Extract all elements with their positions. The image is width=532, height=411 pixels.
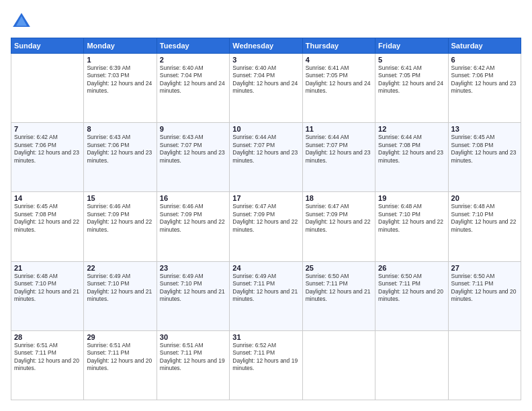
calendar-cell: 7Sunrise: 6:42 AMSunset: 7:06 PMDaylight…: [11, 123, 84, 192]
day-number: 30: [160, 333, 226, 341]
day-number: 19: [378, 194, 445, 202]
day-number: 29: [87, 333, 153, 341]
calendar-cell: 8Sunrise: 6:43 AMSunset: 7:06 PMDaylight…: [84, 123, 157, 192]
day-info: Sunrise: 6:45 AMSunset: 7:08 PMDaylight:…: [14, 203, 81, 234]
day-number: 17: [232, 194, 299, 202]
day-number: 18: [306, 194, 372, 202]
day-number: 28: [14, 333, 81, 341]
day-number: 22: [87, 264, 153, 272]
day-number: 3: [232, 56, 299, 64]
day-number: 10: [232, 125, 299, 133]
calendar-cell: 31Sunrise: 6:52 AMSunset: 7:11 PMDayligh…: [230, 330, 302, 400]
day-number: 16: [160, 194, 226, 202]
calendar-cell: 11Sunrise: 6:44 AMSunset: 7:07 PMDayligh…: [302, 123, 375, 192]
day-info: Sunrise: 6:40 AMSunset: 7:04 PMDaylight:…: [160, 64, 226, 95]
calendar-cell: 25Sunrise: 6:50 AMSunset: 7:11 PMDayligh…: [302, 261, 375, 330]
calendar-cell: [448, 330, 521, 400]
day-number: 7: [14, 125, 81, 133]
day-number: 12: [378, 125, 445, 133]
day-info: Sunrise: 6:48 AMSunset: 7:10 PMDaylight:…: [14, 273, 81, 304]
calendar-cell: [375, 330, 448, 400]
calendar-cell: [302, 330, 375, 400]
calendar-cell: 29Sunrise: 6:51 AMSunset: 7:11 PMDayligh…: [84, 330, 157, 400]
calendar-week-row: 21Sunrise: 6:48 AMSunset: 7:10 PMDayligh…: [11, 261, 521, 330]
day-number: 23: [160, 264, 226, 272]
calendar-cell: 26Sunrise: 6:50 AMSunset: 7:11 PMDayligh…: [375, 261, 448, 330]
day-info: Sunrise: 6:47 AMSunset: 7:09 PMDaylight:…: [232, 203, 299, 234]
weekday-header: Sunday: [11, 38, 84, 54]
day-number: 1: [87, 56, 153, 64]
day-info: Sunrise: 6:50 AMSunset: 7:11 PMDaylight:…: [451, 273, 518, 304]
day-number: 26: [378, 264, 445, 272]
day-number: 31: [232, 333, 299, 341]
day-info: Sunrise: 6:44 AMSunset: 7:08 PMDaylight:…: [378, 134, 445, 165]
calendar-cell: 16Sunrise: 6:46 AMSunset: 7:09 PMDayligh…: [157, 192, 229, 261]
day-info: Sunrise: 6:51 AMSunset: 7:11 PMDaylight:…: [14, 342, 81, 373]
logo-icon: [11, 11, 32, 32]
weekday-header: Tuesday: [157, 38, 229, 54]
day-info: Sunrise: 6:49 AMSunset: 7:10 PMDaylight:…: [160, 273, 226, 304]
calendar-week-row: 28Sunrise: 6:51 AMSunset: 7:11 PMDayligh…: [11, 330, 521, 400]
day-number: 24: [232, 264, 299, 272]
calendar-cell: [11, 54, 84, 123]
day-info: Sunrise: 6:43 AMSunset: 7:06 PMDaylight:…: [87, 134, 153, 165]
day-info: Sunrise: 6:49 AMSunset: 7:10 PMDaylight:…: [87, 273, 153, 304]
day-info: Sunrise: 6:50 AMSunset: 7:11 PMDaylight:…: [378, 273, 445, 304]
calendar-cell: 21Sunrise: 6:48 AMSunset: 7:10 PMDayligh…: [11, 261, 84, 330]
calendar-cell: 1Sunrise: 6:39 AMSunset: 7:03 PMDaylight…: [84, 54, 157, 123]
day-number: 20: [451, 194, 518, 202]
calendar-cell: 5Sunrise: 6:41 AMSunset: 7:05 PMDaylight…: [375, 54, 448, 123]
day-number: 2: [160, 56, 226, 64]
day-number: 8: [87, 125, 153, 133]
calendar-cell: 13Sunrise: 6:45 AMSunset: 7:08 PMDayligh…: [448, 123, 521, 192]
day-info: Sunrise: 6:44 AMSunset: 7:07 PMDaylight:…: [232, 134, 299, 165]
calendar-cell: 3Sunrise: 6:40 AMSunset: 7:04 PMDaylight…: [230, 54, 302, 123]
calendar-cell: 14Sunrise: 6:45 AMSunset: 7:08 PMDayligh…: [11, 192, 84, 261]
day-info: Sunrise: 6:48 AMSunset: 7:10 PMDaylight:…: [451, 203, 518, 234]
day-info: Sunrise: 6:51 AMSunset: 7:11 PMDaylight:…: [87, 342, 153, 373]
calendar-cell: 27Sunrise: 6:50 AMSunset: 7:11 PMDayligh…: [448, 261, 521, 330]
calendar-cell: 4Sunrise: 6:41 AMSunset: 7:05 PMDaylight…: [302, 54, 375, 123]
header: [11, 11, 521, 32]
day-info: Sunrise: 6:50 AMSunset: 7:11 PMDaylight:…: [306, 273, 372, 304]
day-info: Sunrise: 6:39 AMSunset: 7:03 PMDaylight:…: [87, 64, 153, 95]
day-info: Sunrise: 6:44 AMSunset: 7:07 PMDaylight:…: [306, 134, 372, 165]
weekday-header-row: SundayMondayTuesdayWednesdayThursdayFrid…: [11, 38, 521, 54]
day-info: Sunrise: 6:46 AMSunset: 7:09 PMDaylight:…: [87, 203, 153, 234]
day-number: 25: [306, 264, 372, 272]
day-number: 15: [87, 194, 153, 202]
calendar-cell: 9Sunrise: 6:43 AMSunset: 7:07 PMDaylight…: [157, 123, 229, 192]
day-number: 6: [451, 56, 518, 64]
weekday-header: Saturday: [448, 38, 521, 54]
calendar-cell: 17Sunrise: 6:47 AMSunset: 7:09 PMDayligh…: [230, 192, 302, 261]
day-info: Sunrise: 6:40 AMSunset: 7:04 PMDaylight:…: [232, 64, 299, 95]
day-info: Sunrise: 6:46 AMSunset: 7:09 PMDaylight:…: [160, 203, 226, 234]
day-info: Sunrise: 6:41 AMSunset: 7:05 PMDaylight:…: [378, 64, 445, 95]
day-number: 4: [306, 56, 372, 64]
calendar-week-row: 14Sunrise: 6:45 AMSunset: 7:08 PMDayligh…: [11, 192, 521, 261]
calendar-cell: 12Sunrise: 6:44 AMSunset: 7:08 PMDayligh…: [375, 123, 448, 192]
weekday-header: Thursday: [302, 38, 375, 54]
weekday-header: Wednesday: [230, 38, 302, 54]
calendar-week-row: 1Sunrise: 6:39 AMSunset: 7:03 PMDaylight…: [11, 54, 521, 123]
calendar-cell: 30Sunrise: 6:51 AMSunset: 7:11 PMDayligh…: [157, 330, 229, 400]
weekday-header: Monday: [84, 38, 157, 54]
day-info: Sunrise: 6:48 AMSunset: 7:10 PMDaylight:…: [378, 203, 445, 234]
calendar-cell: 2Sunrise: 6:40 AMSunset: 7:04 PMDaylight…: [157, 54, 229, 123]
day-info: Sunrise: 6:42 AMSunset: 7:06 PMDaylight:…: [451, 64, 518, 95]
day-info: Sunrise: 6:45 AMSunset: 7:08 PMDaylight:…: [451, 134, 518, 165]
calendar-cell: 18Sunrise: 6:47 AMSunset: 7:09 PMDayligh…: [302, 192, 375, 261]
day-number: 14: [14, 194, 81, 202]
calendar-cell: 19Sunrise: 6:48 AMSunset: 7:10 PMDayligh…: [375, 192, 448, 261]
day-info: Sunrise: 6:42 AMSunset: 7:06 PMDaylight:…: [14, 134, 81, 165]
calendar-cell: 24Sunrise: 6:49 AMSunset: 7:11 PMDayligh…: [230, 261, 302, 330]
day-info: Sunrise: 6:52 AMSunset: 7:11 PMDaylight:…: [232, 342, 299, 373]
logo: [11, 11, 35, 32]
weekday-header: Friday: [375, 38, 448, 54]
day-number: 5: [378, 56, 445, 64]
day-info: Sunrise: 6:43 AMSunset: 7:07 PMDaylight:…: [160, 134, 226, 165]
calendar-cell: 23Sunrise: 6:49 AMSunset: 7:10 PMDayligh…: [157, 261, 229, 330]
day-number: 13: [451, 125, 518, 133]
page: SundayMondayTuesdayWednesdayThursdayFrid…: [0, 0, 532, 411]
calendar-cell: 6Sunrise: 6:42 AMSunset: 7:06 PMDaylight…: [448, 54, 521, 123]
